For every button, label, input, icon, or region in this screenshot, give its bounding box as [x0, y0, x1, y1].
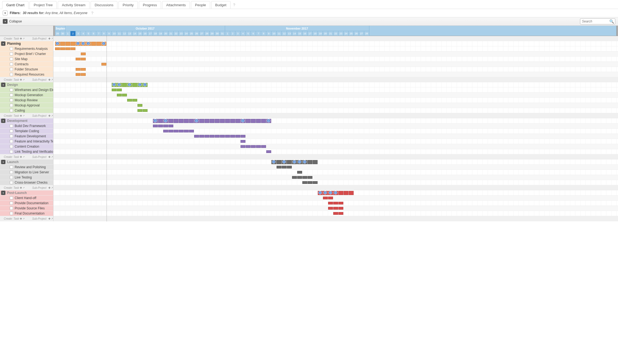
task-bar-segment[interactable] [184, 130, 189, 132]
day-cell[interactable]: 24 [344, 31, 349, 36]
task-bar-segment[interactable] [308, 181, 312, 184]
task-label[interactable]: Mockup Approval [15, 103, 40, 107]
task-label[interactable]: Contracts [15, 62, 28, 66]
expand-task-icon[interactable]: ↗ [23, 217, 25, 220]
task-checkbox[interactable] [10, 207, 13, 210]
day-cell[interactable]: 16 [302, 31, 308, 36]
day-cell[interactable]: 7 [256, 31, 261, 36]
task-label[interactable]: Review and Polishing [15, 165, 46, 169]
task-checkbox[interactable] [10, 73, 13, 76]
create-subproject-label[interactable]: Sub-Project [32, 37, 46, 40]
info-icon[interactable]: i [282, 160, 286, 164]
create-task-label[interactable]: Create: Task [4, 78, 19, 81]
task-bar-segment[interactable] [55, 47, 60, 50]
day-cell[interactable]: 31 [220, 31, 225, 36]
info-icon[interactable]: i [81, 42, 85, 45]
day-cell[interactable]: 17 [308, 31, 313, 36]
day-cell[interactable]: 25 [189, 31, 194, 36]
task-label[interactable]: Client Hand-off [15, 196, 36, 200]
day-cell[interactable]: 24 [184, 31, 189, 36]
day-cell[interactable]: 11 [277, 31, 282, 36]
day-cell[interactable]: 23 [338, 31, 344, 36]
day-cell[interactable]: 9 [107, 31, 112, 36]
task-bar-segment[interactable] [241, 140, 245, 143]
task-label[interactable]: Provide Documentation [15, 201, 49, 205]
add-task-icon[interactable]: ✚ [20, 114, 22, 117]
day-cell[interactable]: 19 [158, 31, 163, 36]
day-cell[interactable]: 22 [174, 31, 179, 36]
task-bar-segment[interactable] [225, 135, 230, 138]
tab-discussions[interactable]: Discussions [91, 1, 117, 9]
day-cell[interactable]: 17 [148, 31, 153, 36]
task-checkbox[interactable] [10, 47, 13, 50]
add-task-icon[interactable]: ✚ [20, 37, 22, 40]
resize-handle-right[interactable] [616, 26, 618, 36]
info-icon[interactable]: i [117, 83, 121, 86]
info-icon[interactable]: i [324, 191, 327, 194]
task-checkbox[interactable] [10, 129, 13, 133]
task-label[interactable]: Requirements Analysis [15, 47, 48, 51]
day-cell[interactable]: 5 [86, 31, 91, 36]
day-cell[interactable]: 30 [60, 31, 65, 36]
task-bar-segment[interactable] [308, 176, 312, 179]
task-checkbox[interactable] [10, 150, 13, 153]
expand-task-icon[interactable]: ↗ [23, 79, 25, 81]
tab-budget[interactable]: Budget [211, 1, 230, 9]
expand-task-icon[interactable]: ↗ [23, 115, 25, 117]
task-checkbox[interactable] [10, 135, 13, 138]
create-task-label[interactable]: Create: Task [4, 155, 19, 158]
task-bar-segment[interactable] [241, 135, 245, 138]
task-checkbox[interactable] [10, 68, 13, 71]
day-cell[interactable]: 16 [143, 31, 148, 36]
day-cell[interactable]: 26 [354, 31, 359, 36]
task-bar-segment[interactable] [338, 202, 343, 204]
task-checkbox[interactable] [10, 145, 13, 148]
task-bar-segment[interactable] [230, 135, 235, 138]
group-label[interactable]: Launch [7, 160, 19, 164]
day-cell[interactable]: 6 [251, 31, 256, 36]
day-cell[interactable]: 15 [137, 31, 143, 36]
expand-subproject-icon[interactable]: ↗ [51, 217, 53, 220]
tabs-help-icon[interactable]: ? [233, 3, 235, 7]
create-subproject-label[interactable]: Sub-Project [32, 78, 46, 81]
day-cell[interactable]: 23 [179, 31, 184, 36]
task-label[interactable]: Link Testing and Verification [15, 150, 53, 154]
task-bar-segment[interactable] [153, 125, 158, 127]
day-cell[interactable]: 27 [199, 31, 204, 36]
create-subproject-label[interactable]: Sub-Project [32, 155, 46, 158]
task-checkbox[interactable] [10, 202, 13, 205]
task-bar-segment[interactable] [338, 207, 343, 210]
expand-subproject-icon[interactable]: ↗ [51, 79, 53, 81]
info-icon[interactable]: i [241, 119, 245, 122]
day-cell[interactable]: 11 [117, 31, 122, 36]
day-cell[interactable]: 6 [91, 31, 96, 36]
day-cell[interactable]: 3 [76, 31, 81, 36]
task-label[interactable]: Site Map [15, 57, 27, 61]
day-cell[interactable]: 15 [297, 31, 302, 36]
day-cell[interactable]: 22 [333, 31, 338, 36]
add-subproject-icon[interactable]: ✚ [48, 37, 50, 40]
day-cell[interactable]: 12 [282, 31, 287, 36]
task-bar-segment[interactable] [76, 68, 81, 71]
create-subproject-label[interactable]: Sub-Project [32, 114, 46, 117]
group-expand-button[interactable]: ▾ [1, 160, 5, 164]
task-label[interactable]: Required Resources [15, 73, 44, 76]
task-bar-segment[interactable] [292, 176, 297, 179]
day-cell[interactable]: 14 [292, 31, 297, 36]
day-cell[interactable]: 7 [96, 31, 101, 36]
create-task-label[interactable]: Create: Task [4, 217, 19, 220]
add-task-icon[interactable]: ✚ [20, 186, 22, 189]
task-checkbox[interactable] [10, 93, 13, 97]
task-bar-segment[interactable] [302, 176, 307, 179]
task-checkbox[interactable] [10, 52, 13, 56]
create-task-label[interactable]: Create: Task [4, 37, 19, 40]
info-icon[interactable]: i [128, 83, 131, 86]
task-bar-segment[interactable] [65, 47, 70, 50]
day-cell[interactable]: 3 [235, 31, 241, 36]
info-icon[interactable]: i [334, 191, 337, 194]
tab-attachments[interactable]: Attachments [162, 1, 190, 9]
task-label[interactable]: Folder Structure [15, 67, 38, 71]
task-bar-segment[interactable] [81, 53, 86, 55]
task-bar-segment[interactable] [241, 145, 245, 148]
task-bar-segment[interactable] [266, 150, 271, 153]
